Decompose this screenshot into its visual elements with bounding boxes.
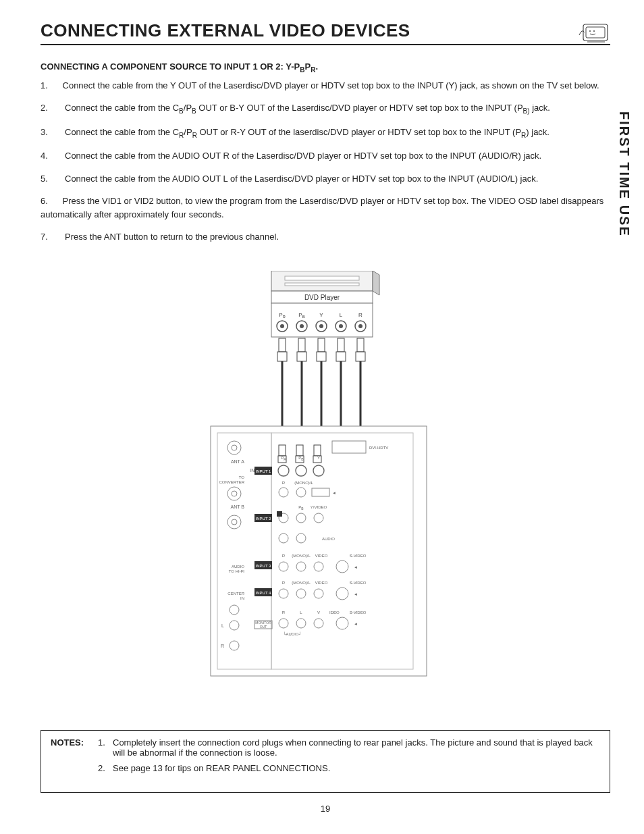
svg-rect-42	[356, 352, 365, 361]
step-item: 6. Press the VID1 or VID2 button, to vie…	[41, 194, 610, 221]
svg-text:S-VIDEO: S-VIDEO	[350, 581, 367, 585]
svg-text:◄: ◄	[354, 592, 358, 596]
svg-rect-39	[336, 352, 346, 361]
svg-text:◄: ◄	[354, 565, 358, 569]
section-heading: CONNECTING A COMPONENT SOURCE TO INPUT 1…	[41, 61, 610, 74]
svg-rect-99	[277, 511, 282, 517]
svg-text:R: R	[282, 581, 286, 585]
svg-text:DVD Player: DVD Player	[304, 294, 340, 301]
svg-text:S-VIDEO: S-VIDEO	[350, 554, 367, 558]
svg-text:INPUT 3: INPUT 3	[256, 564, 272, 568]
svg-text:VIDEO: VIDEO	[315, 581, 328, 585]
svg-rect-73	[296, 445, 303, 456]
steps-list: 1. Connect the cable from the Y OUT of t…	[41, 79, 610, 244]
svg-text:DVI-HDTV: DVI-HDTV	[369, 446, 388, 450]
svg-text:OUT: OUT	[260, 625, 267, 629]
svg-text:(MONO)/L: (MONO)/L	[294, 481, 313, 485]
notes-box: NOTES: 1.Completely insert the connectio…	[41, 730, 610, 793]
side-tab: FIRST TIME USE	[616, 111, 632, 237]
svg-text:AUDIO: AUDIO	[322, 537, 335, 541]
svg-text:CONVERTER: CONVERTER	[219, 480, 244, 484]
svg-text:TO: TO	[239, 475, 245, 479]
svg-text:└AUDIO┘: └AUDIO┘	[283, 631, 302, 636]
svg-text:Y: Y	[319, 312, 323, 318]
svg-text:TO HI-FI: TO HI-FI	[229, 569, 245, 573]
svg-rect-32	[298, 338, 305, 352]
note-item: 2.See page 13 for tips on REAR PANEL CON…	[98, 763, 600, 773]
svg-rect-5	[271, 271, 373, 291]
svg-point-16	[280, 324, 284, 328]
svg-text:R: R	[282, 481, 286, 485]
step-item: 7.Press the ANT button to return to the …	[41, 230, 610, 244]
svg-point-2	[589, 30, 591, 32]
svg-point-22	[319, 324, 323, 328]
svg-text:R: R	[358, 312, 363, 318]
svg-text:(MONO)/L: (MONO)/L	[292, 581, 311, 585]
svg-point-28	[358, 324, 363, 328]
svg-text:R: R	[282, 554, 286, 558]
svg-rect-75	[314, 445, 321, 456]
svg-text:ANT A: ANT A	[231, 459, 244, 464]
step-item: 4.Connect the cable from the AUDIO OUT R…	[41, 149, 610, 163]
svg-rect-36	[317, 352, 326, 361]
step-item: 2.Connect the cable from the CB/PB OUT o…	[41, 101, 610, 116]
svg-text:(MONO)/L: (MONO)/L	[292, 554, 311, 558]
svg-text:IN: IN	[240, 596, 244, 600]
svg-text:INPUT 1: INPUT 1	[256, 469, 272, 473]
svg-text:INPUT 2: INPUT 2	[256, 517, 272, 521]
svg-rect-30	[277, 352, 287, 361]
svg-point-25	[339, 324, 343, 328]
svg-text:S-VIDEO: S-VIDEO	[350, 610, 367, 615]
svg-text:IDEO: IDEO	[329, 610, 340, 615]
svg-text:VIDEO: VIDEO	[315, 554, 328, 558]
svg-text:INPUT 4: INPUT 4	[256, 591, 272, 595]
svg-rect-7	[285, 276, 359, 280]
svg-rect-1	[586, 27, 605, 38]
svg-text:ANT B: ANT B	[231, 504, 245, 509]
svg-text:V: V	[317, 610, 320, 615]
svg-text:R: R	[282, 610, 286, 615]
notes-label: NOTES:	[51, 737, 98, 779]
page-title: CONNECTING EXTERNAL VIDEO DEVICES	[41, 20, 610, 45]
svg-point-3	[593, 30, 595, 32]
svg-rect-8	[285, 283, 359, 286]
svg-rect-41	[357, 338, 364, 352]
svg-marker-6	[373, 271, 379, 295]
svg-rect-35	[318, 338, 325, 352]
step-item: 3.Connect the cable from the CR/PR OUT o…	[41, 126, 610, 140]
page-number: 19	[41, 804, 610, 814]
svg-rect-33	[297, 352, 306, 361]
svg-rect-38	[338, 338, 344, 352]
svg-text:R: R	[221, 644, 224, 648]
svg-text:L: L	[221, 623, 224, 628]
step-item: 1. Connect the cable from the Y OUT of t…	[41, 79, 610, 93]
connection-diagram: DVD Player OUTPUT PRPBYLR ANT A TO CONVE…	[197, 271, 454, 689]
svg-text:Y: Y	[317, 456, 320, 460]
svg-text:AUDIO: AUDIO	[232, 565, 244, 569]
svg-rect-71	[279, 445, 286, 456]
svg-point-19	[300, 324, 304, 328]
svg-text:Y/VIDEO: Y/VIDEO	[311, 505, 327, 509]
svg-text:◄: ◄	[332, 491, 336, 495]
tv-icon	[576, 19, 610, 46]
note-item: 1.Completely insert the connection cord …	[98, 737, 600, 758]
svg-text:L: L	[340, 312, 343, 318]
svg-text:CENTER: CENTER	[227, 592, 244, 596]
step-item: 5.Connect the cable from the AUDIO OUT L…	[41, 172, 610, 186]
svg-rect-29	[279, 338, 286, 352]
svg-text:◄: ◄	[354, 622, 358, 626]
